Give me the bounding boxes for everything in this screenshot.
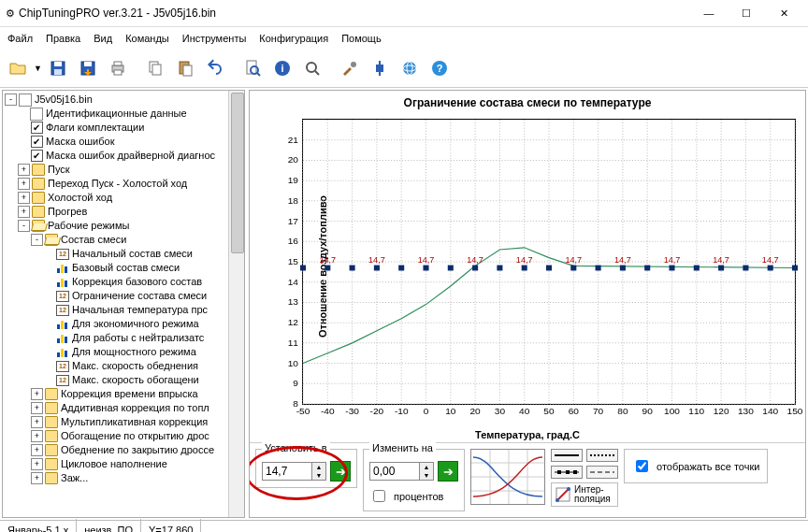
change-input[interactable] — [370, 463, 419, 480]
change-up-icon[interactable]: ▲ — [419, 463, 433, 471]
tree-item[interactable]: Для мощностного режима — [5, 345, 244, 359]
collapse-icon[interactable]: - — [31, 234, 43, 246]
tree-scrollbar[interactable] — [228, 91, 244, 517]
globe-button[interactable] — [396, 54, 424, 82]
style-dash-button[interactable] — [586, 466, 618, 479]
tree-item[interactable]: -Состав смеси — [5, 233, 244, 247]
expand-icon[interactable]: + — [31, 402, 43, 414]
svg-text:14,7: 14,7 — [565, 255, 582, 265]
search-button[interactable] — [298, 54, 326, 82]
tree-item[interactable]: +Коррекция времени впрыска — [5, 387, 244, 401]
set-go-button[interactable]: ➔ — [330, 461, 351, 482]
tree-item[interactable]: +Прогрев — [5, 205, 244, 219]
info-button[interactable]: i — [268, 54, 296, 82]
collapse-icon[interactable]: - — [18, 220, 30, 232]
style-dots-button[interactable] — [586, 449, 618, 462]
change-down-icon[interactable]: ▼ — [419, 471, 433, 480]
expand-icon[interactable]: + — [31, 388, 43, 400]
tree-item[interactable]: +Холостой ход — [5, 191, 244, 205]
status-cell-2: неизв. ПО — [77, 519, 141, 532]
svg-text:10: 10 — [288, 358, 299, 368]
expand-icon[interactable]: + — [18, 164, 30, 176]
tree-item[interactable]: Идентификационные данные — [5, 107, 244, 121]
tools-button[interactable] — [336, 54, 364, 82]
save-button[interactable] — [44, 54, 72, 82]
tree-item[interactable]: +Цикловое наполнение — [5, 457, 244, 471]
change-spinner[interactable]: ▲▼ — [369, 462, 434, 481]
set-down-icon[interactable]: ▼ — [311, 471, 325, 480]
tree-item[interactable]: ✔Флаги комплектации — [5, 121, 244, 135]
save-as-button[interactable] — [74, 54, 102, 82]
tree-item[interactable]: 12Начальный состав смеси — [5, 247, 244, 261]
percent-label: процентов — [394, 491, 443, 502]
menu-вид[interactable]: Вид — [94, 33, 112, 44]
menu-файл[interactable]: Файл — [7, 33, 33, 44]
maximize-button[interactable]: ☐ — [728, 2, 765, 24]
menu-правка[interactable]: Правка — [46, 33, 80, 44]
chart-plot[interactable]: 14,714,714,714,714,714,714,714,714,714,7… — [302, 119, 796, 405]
menu-инструменты[interactable]: Инструменты — [182, 33, 247, 44]
expand-icon[interactable]: + — [31, 472, 43, 484]
tree-item[interactable]: 12Макс. скорость обогащени — [5, 373, 244, 387]
print-button[interactable] — [104, 54, 132, 82]
collapse-icon[interactable]: - — [5, 93, 17, 106]
expand-icon[interactable]: + — [18, 206, 30, 218]
search-file-button[interactable] — [238, 54, 267, 82]
tree-item[interactable]: +Пуск — [5, 163, 244, 177]
minimize-button[interactable]: — — [690, 2, 728, 24]
svg-rect-67 — [374, 266, 380, 271]
tree-item[interactable]: +Обеднение по закрытию дроссе — [5, 443, 244, 457]
showpts-group: отображать все точки — [624, 449, 768, 483]
tree-item[interactable]: Для экономичного режима — [5, 317, 244, 331]
tree-item[interactable]: ✔Маска ошибок — [5, 135, 244, 149]
menu-помощь[interactable]: Помощь — [341, 33, 382, 44]
dropdown-icon[interactable]: ▼ — [34, 64, 42, 73]
tree-item[interactable]: 12Ограничение состава смеси — [5, 289, 244, 303]
chart-xlabel: Температура, град.C — [250, 429, 805, 440]
tree-item[interactable]: 12Макс. скорость обеднения — [5, 359, 244, 373]
mini-chart[interactable] — [470, 449, 545, 505]
expand-icon[interactable]: + — [31, 444, 43, 456]
open-button[interactable] — [4, 54, 32, 82]
style-markers-button[interactable] — [551, 466, 583, 479]
network-button[interactable] — [366, 54, 394, 82]
expand-icon[interactable]: + — [31, 458, 43, 470]
tree-item[interactable]: Для работы с нейтрализатс — [5, 331, 244, 345]
expand-icon[interactable]: + — [31, 430, 43, 442]
tree-item[interactable]: +Обогащение по открытию дрос — [5, 429, 244, 443]
tree-item[interactable]: Коррекция базового состав — [5, 275, 244, 289]
svg-text:14,7: 14,7 — [368, 255, 385, 265]
tree-label: Флаги комплектации — [46, 121, 144, 135]
set-spinner[interactable]: ▲▼ — [262, 462, 326, 481]
tree-item[interactable]: +Мультипликативная коррекция — [5, 415, 244, 429]
svg-text:120: 120 — [714, 406, 729, 416]
menu-команды[interactable]: Команды — [125, 33, 169, 44]
copy-button[interactable] — [141, 54, 169, 82]
scrollbar-thumb[interactable] — [231, 93, 244, 253]
style-solid-button[interactable] — [551, 449, 583, 462]
tree-item[interactable]: +Аддитивная коррекция по топл — [5, 401, 244, 415]
change-go-button[interactable]: ➔ — [438, 461, 458, 482]
tree-item[interactable]: +Заж... — [5, 471, 244, 485]
undo-button[interactable] — [201, 54, 229, 82]
help-button[interactable]: ? — [426, 54, 454, 82]
menu-конфигурация[interactable]: Конфигурация — [259, 33, 328, 44]
tree-label: Прогрев — [48, 205, 87, 219]
tree-item[interactable]: ✔Маска ошибок драйверной диагнос — [5, 149, 244, 163]
set-input[interactable] — [263, 463, 311, 480]
tree-item[interactable]: 12Начальная температура прс — [5, 303, 244, 317]
tree-item[interactable]: -J5v05j16.bin — [5, 93, 244, 107]
close-button[interactable]: ✕ — [765, 2, 802, 24]
paste-button[interactable] — [171, 54, 199, 82]
tree-item[interactable]: +Переход Пуск - Холостой ход — [5, 177, 244, 191]
tree-icon — [56, 319, 69, 330]
set-up-icon[interactable]: ▲ — [311, 463, 325, 471]
expand-icon[interactable]: + — [31, 416, 43, 428]
showpts-checkbox[interactable] — [636, 460, 648, 472]
expand-icon[interactable]: + — [18, 178, 30, 190]
percent-checkbox[interactable] — [373, 490, 385, 502]
expand-icon[interactable]: + — [18, 192, 30, 204]
tree-item[interactable]: Базовый состав смеси — [5, 261, 244, 275]
interp-button[interactable]: Интер-поляция — [551, 482, 618, 507]
tree-item[interactable]: -Рабочие режимы — [5, 219, 244, 233]
